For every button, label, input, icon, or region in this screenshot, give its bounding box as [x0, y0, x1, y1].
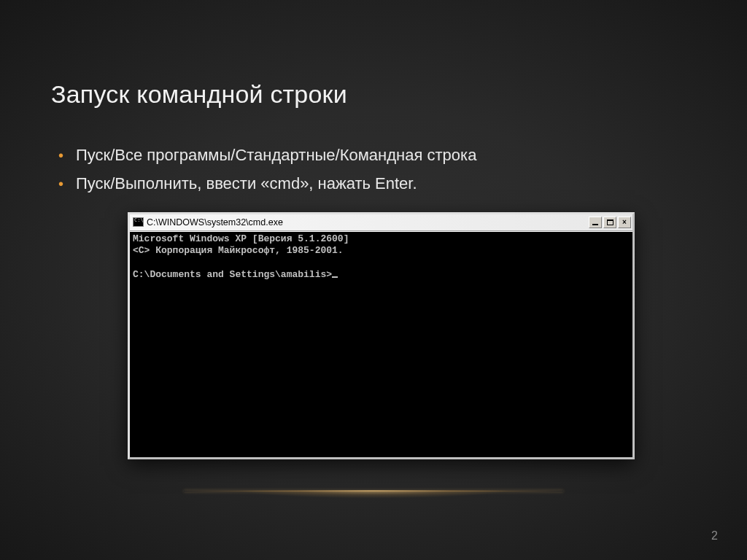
close-button[interactable]: ×	[618, 217, 631, 228]
window-controls: ×	[589, 217, 631, 228]
terminal-line: <C> Корпорация Майкрософт, 1985-2001.	[133, 245, 344, 256]
window-title-text: C:\WINDOWS\system32\cmd.exe	[147, 217, 589, 228]
slide-content: Запуск командной строки Пуск/Все програм…	[0, 0, 747, 459]
slide-title: Запуск командной строки	[51, 80, 696, 109]
terminal-prompt: C:\Documents and Settings\amabilis>	[133, 269, 332, 280]
cursor	[332, 276, 338, 278]
terminal-output[interactable]: Microsoft Windows XP [Версия 5.1.2600] <…	[130, 231, 632, 457]
minimize-button[interactable]	[589, 217, 602, 228]
cmd-window: C:\WINDOWS\system32\cmd.exe × Microsoft …	[128, 212, 635, 459]
page-number: 2	[711, 529, 718, 542]
maximize-button[interactable]	[603, 217, 616, 228]
decorative-line	[184, 491, 563, 491]
decorative-glow	[180, 490, 567, 502]
cmd-icon	[133, 217, 144, 227]
terminal-line: Microsoft Windows XP [Версия 5.1.2600]	[133, 233, 349, 244]
window-titlebar[interactable]: C:\WINDOWS\system32\cmd.exe ×	[130, 214, 632, 231]
bullet-item: Пуск/Все программы/Стандартные/Командная…	[51, 141, 696, 168]
bullet-item: Пуск/Выполнить, ввести «cmd», нажать Ent…	[51, 170, 696, 197]
bullet-list: Пуск/Все программы/Стандартные/Командная…	[51, 141, 696, 198]
